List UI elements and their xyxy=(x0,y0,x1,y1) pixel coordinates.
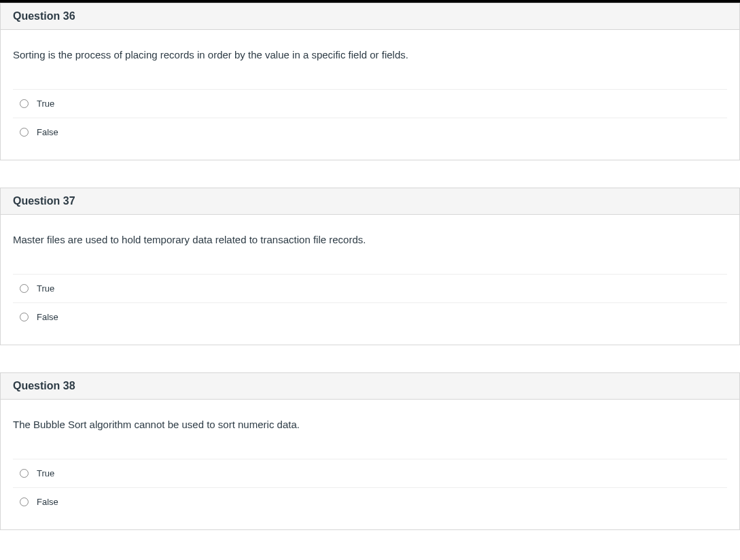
question-text: The Bubble Sort algorithm cannot be used… xyxy=(13,419,727,430)
answer-label: True xyxy=(37,468,54,478)
question-block-36: Question 36 Sorting is the process of pl… xyxy=(0,3,740,160)
radio-icon xyxy=(20,284,29,293)
question-header: Question 37 xyxy=(1,188,739,215)
question-block-38: Question 38 The Bubble Sort algorithm ca… xyxy=(0,372,740,530)
radio-icon xyxy=(20,128,29,137)
question-title: Question 37 xyxy=(13,195,727,207)
radio-icon xyxy=(20,99,29,108)
answer-label: False xyxy=(37,312,58,322)
answer-label: True xyxy=(37,283,54,294)
answer-option-true[interactable]: True xyxy=(13,275,727,303)
radio-icon xyxy=(20,497,29,506)
question-body: The Bubble Sort algorithm cannot be used… xyxy=(1,400,739,529)
question-title: Question 38 xyxy=(13,380,727,392)
answer-option-true[interactable]: True xyxy=(13,90,727,118)
question-block-37: Question 37 Master files are used to hol… xyxy=(0,188,740,345)
answer-list: True False xyxy=(13,459,727,516)
question-header: Question 38 xyxy=(1,373,739,400)
radio-icon xyxy=(20,313,29,321)
question-body: Master files are used to hold temporary … xyxy=(1,215,739,345)
question-text: Master files are used to hold temporary … xyxy=(13,234,727,245)
question-text: Sorting is the process of placing record… xyxy=(13,49,727,60)
answer-option-false[interactable]: False xyxy=(13,303,727,331)
question-header: Question 36 xyxy=(1,3,739,30)
answer-list: True False xyxy=(13,274,727,331)
question-title: Question 36 xyxy=(13,10,727,22)
question-body: Sorting is the process of placing record… xyxy=(1,30,739,160)
answer-label: False xyxy=(37,497,58,507)
answer-option-false[interactable]: False xyxy=(13,118,727,146)
answer-option-false[interactable]: False xyxy=(13,488,727,516)
answer-label: True xyxy=(37,99,54,109)
answer-list: True False xyxy=(13,89,727,146)
radio-icon xyxy=(20,469,29,478)
answer-option-true[interactable]: True xyxy=(13,459,727,488)
answer-label: False xyxy=(37,127,58,137)
